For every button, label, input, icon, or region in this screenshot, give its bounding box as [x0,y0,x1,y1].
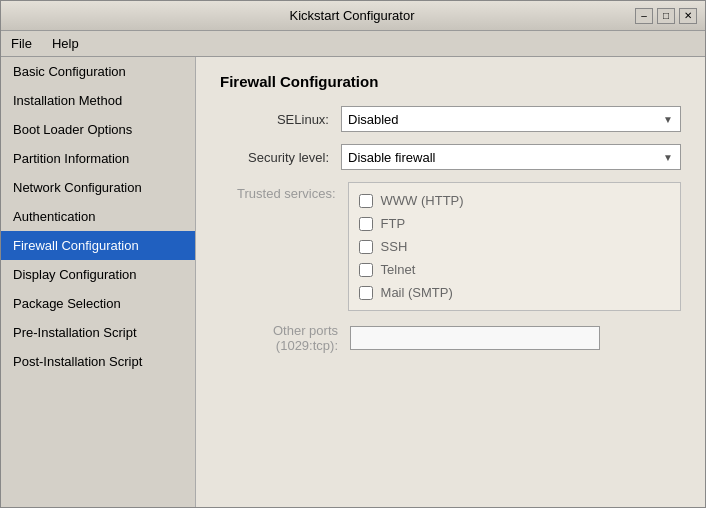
trusted-services-section: Trusted services: WWW (HTTP) FTP SSH [220,182,681,311]
sidebar-item-basic-config[interactable]: Basic Configuration [1,57,195,86]
maximize-button[interactable]: □ [657,8,675,24]
service-ftp: FTP [359,212,670,235]
main-content: Firewall Configuration SELinux: Disabled… [196,57,705,507]
sidebar-item-post-install[interactable]: Post-Installation Script [1,347,195,376]
sidebar: Basic Configuration Installation Method … [1,57,196,507]
service-telnet: Telnet [359,258,670,281]
menu-help[interactable]: Help [48,34,83,53]
sidebar-item-installation-method[interactable]: Installation Method [1,86,195,115]
content-area: Basic Configuration Installation Method … [1,57,705,507]
section-title: Firewall Configuration [220,73,681,90]
other-ports-row: Other ports (1029:tcp): [220,323,681,353]
service-telnet-checkbox[interactable] [359,263,373,277]
other-ports-input[interactable] [350,326,600,350]
service-ftp-checkbox[interactable] [359,217,373,231]
security-level-row: Security level: Disable firewall Enable … [220,144,681,170]
titlebar: Kickstart Configurator – □ ✕ [1,1,705,31]
service-www-label: WWW (HTTP) [381,193,464,208]
sidebar-item-network-config[interactable]: Network Configuration [1,173,195,202]
trusted-services-label: Trusted services: [220,182,348,311]
service-www: WWW (HTTP) [359,189,670,212]
menubar: File Help [1,31,705,57]
sidebar-item-firewall-config[interactable]: Firewall Configuration [1,231,195,260]
service-mail: Mail (SMTP) [359,281,670,304]
sidebar-item-boot-loader[interactable]: Boot Loader Options [1,115,195,144]
selinux-select-wrapper: Disabled Enforcing Permissive [341,106,681,132]
sidebar-item-package-selection[interactable]: Package Selection [1,289,195,318]
window-controls: – □ ✕ [635,8,697,24]
sidebar-item-display-config[interactable]: Display Configuration [1,260,195,289]
window-title: Kickstart Configurator [69,8,635,23]
service-ssh-label: SSH [381,239,408,254]
service-telnet-label: Telnet [381,262,416,277]
trusted-services-box: WWW (HTTP) FTP SSH Telnet [348,182,681,311]
sidebar-item-partition-info[interactable]: Partition Information [1,144,195,173]
service-ssh: SSH [359,235,670,258]
selinux-label: SELinux: [220,112,341,127]
security-level-select-wrapper: Disable firewall Enable firewall No fire… [341,144,681,170]
sidebar-item-authentication[interactable]: Authentication [1,202,195,231]
security-level-select[interactable]: Disable firewall Enable firewall No fire… [341,144,681,170]
service-www-checkbox[interactable] [359,194,373,208]
close-button[interactable]: ✕ [679,8,697,24]
service-mail-label: Mail (SMTP) [381,285,453,300]
selinux-select[interactable]: Disabled Enforcing Permissive [341,106,681,132]
minimize-button[interactable]: – [635,8,653,24]
other-ports-label: Other ports (1029:tcp): [220,323,350,353]
selinux-row: SELinux: Disabled Enforcing Permissive [220,106,681,132]
security-level-label: Security level: [220,150,341,165]
sidebar-item-pre-install[interactable]: Pre-Installation Script [1,318,195,347]
service-ftp-label: FTP [381,216,406,231]
main-window: Kickstart Configurator – □ ✕ File Help B… [0,0,706,508]
menu-file[interactable]: File [7,34,36,53]
service-ssh-checkbox[interactable] [359,240,373,254]
service-mail-checkbox[interactable] [359,286,373,300]
